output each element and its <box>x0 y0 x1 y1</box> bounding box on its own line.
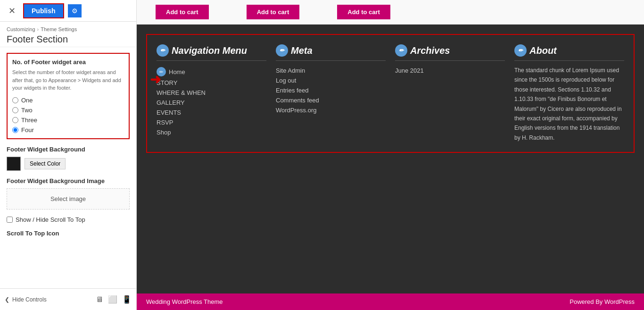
panel-content: No. of Footer widget area Select the num… <box>0 47 136 288</box>
widget-area-box: No. of Footer widget area Select the num… <box>7 53 130 139</box>
radio-one[interactable]: One <box>12 97 124 104</box>
breadcrumb-separator: › <box>37 26 39 32</box>
about-edit-icon[interactable]: ✏ <box>514 44 527 57</box>
publish-button[interactable]: Publish <box>23 3 64 18</box>
list-item[interactable]: Site Admin <box>276 66 386 75</box>
color-row: Select Color <box>7 157 130 171</box>
preview-area: Add to cart Add to cart Add to cart ➜ ✏ … <box>137 0 644 310</box>
about-text: The standard chunk of Lorem Ipsum used s… <box>514 66 624 142</box>
breadcrumb: Customizing › Theme Settings <box>7 26 130 32</box>
nav-menu-list: ✏ Home STORY WHERE & WHEN GALLERY EVENTS… <box>157 66 266 137</box>
select-color-button[interactable]: Select Color <box>25 158 66 169</box>
list-item[interactable]: Comments feed <box>276 95 386 105</box>
nav-edit-icon[interactable]: ✏ <box>157 44 169 57</box>
list-item[interactable]: Entries feed <box>276 85 386 95</box>
nav-home-item[interactable]: ✏ Home <box>157 66 266 78</box>
footer-col-archives: ✏ Archives June 2021 <box>395 44 505 142</box>
list-item[interactable]: June 2021 <box>395 66 505 75</box>
hide-controls-button[interactable]: ❮ Hide Controls <box>5 296 47 303</box>
radio-two[interactable]: Two <box>12 107 124 114</box>
footer-col-meta: ✏ Meta Site Admin Log out Entries feed C… <box>276 44 386 142</box>
color-swatch[interactable] <box>7 157 21 171</box>
footer-col-about: ✏ About The standard chunk of Lorem Ipsu… <box>514 44 624 142</box>
meta-edit-icon[interactable]: ✏ <box>276 44 288 57</box>
footer-bg-label: Footer Widget Background <box>7 146 130 153</box>
archives-list: June 2021 <box>395 66 505 75</box>
widget-area-desc: Select the number of footer widget areas… <box>12 68 124 92</box>
footer-inner: ✏ Navigation Menu ✏ Home STORY WHERE & W… <box>146 34 635 153</box>
radio-three[interactable]: Three <box>12 117 124 124</box>
footer-preview: ➜ ✏ Navigation Menu ✏ Home STORY WHERE &… <box>137 25 644 293</box>
scroll-checkbox[interactable] <box>7 217 13 223</box>
gear-button[interactable]: ⚙ <box>68 4 82 17</box>
breadcrumb-root[interactable]: Customizing <box>7 26 35 32</box>
list-item[interactable]: GALLERY <box>157 98 266 108</box>
site-footer-bar: Wedding WordPress Theme Powered By WordP… <box>137 293 644 310</box>
site-footer-right: Powered By WordPress <box>570 298 635 305</box>
list-item[interactable]: WordPress.org <box>276 105 386 115</box>
tablet-icon[interactable]: ⬜ <box>108 295 117 304</box>
hide-controls-label: Hide Controls <box>12 296 47 303</box>
footer-col-nav: ✏ Navigation Menu ✏ Home STORY WHERE & W… <box>157 44 266 142</box>
chevron-left-icon: ❮ <box>5 296 9 303</box>
breadcrumb-section[interactable]: Theme Settings <box>41 26 77 32</box>
widget-area-title: No. of Footer widget area <box>12 59 124 66</box>
list-item[interactable]: RSVP <box>157 117 266 127</box>
list-item[interactable]: EVENTS <box>157 108 266 117</box>
scroll-label: Show / Hide Scroll To Top <box>16 216 85 223</box>
arrow-indicator: ➜ <box>150 72 161 87</box>
page-title: Footer Section <box>7 34 130 45</box>
bottom-bar: ❮ Hide Controls 🖥 ⬜ 📱 <box>0 288 136 310</box>
cart-button-2[interactable]: Add to cart <box>247 5 300 19</box>
left-panel: ✕ Publish ⚙ Customizing › Theme Settings… <box>0 0 137 310</box>
archives-title: ✏ Archives <box>395 44 505 61</box>
scroll-icon-label: Scroll To Top Icon <box>7 230 130 237</box>
meta-list: Site Admin Log out Entries feed Comments… <box>276 66 386 115</box>
radio-group: One Two Three Four <box>12 97 124 134</box>
select-image-box[interactable]: Select image <box>7 188 130 209</box>
scroll-checkbox-row: Show / Hide Scroll To Top <box>7 216 130 223</box>
cart-button-3[interactable]: Add to cart <box>337 5 390 19</box>
cart-bar: Add to cart Add to cart Add to cart <box>137 0 644 25</box>
list-item[interactable]: WHERE & WHEN <box>157 88 266 98</box>
meta-title: ✏ Meta <box>276 44 386 61</box>
footer-bg-image-label: Footer Widget Background Image <box>7 177 130 184</box>
mobile-icon[interactable]: 📱 <box>122 295 132 304</box>
list-item[interactable]: Log out <box>276 75 386 85</box>
list-item[interactable]: Shop <box>157 127 266 137</box>
close-button[interactable]: ✕ <box>5 4 19 18</box>
desktop-icon[interactable]: 🖥 <box>96 295 103 304</box>
cart-button-1[interactable]: Add to cart <box>156 5 209 19</box>
about-title: ✏ About <box>514 44 624 61</box>
breadcrumb-area: Customizing › Theme Settings Footer Sect… <box>0 22 136 47</box>
archives-edit-icon[interactable]: ✏ <box>395 44 407 57</box>
bottom-icons: 🖥 ⬜ 📱 <box>96 295 132 304</box>
radio-four[interactable]: Four <box>12 126 124 134</box>
top-bar: ✕ Publish ⚙ <box>0 0 136 22</box>
site-footer-left: Wedding WordPress Theme <box>146 298 223 305</box>
list-item[interactable]: STORY <box>157 78 266 88</box>
nav-menu-title: ✏ Navigation Menu <box>157 44 266 61</box>
